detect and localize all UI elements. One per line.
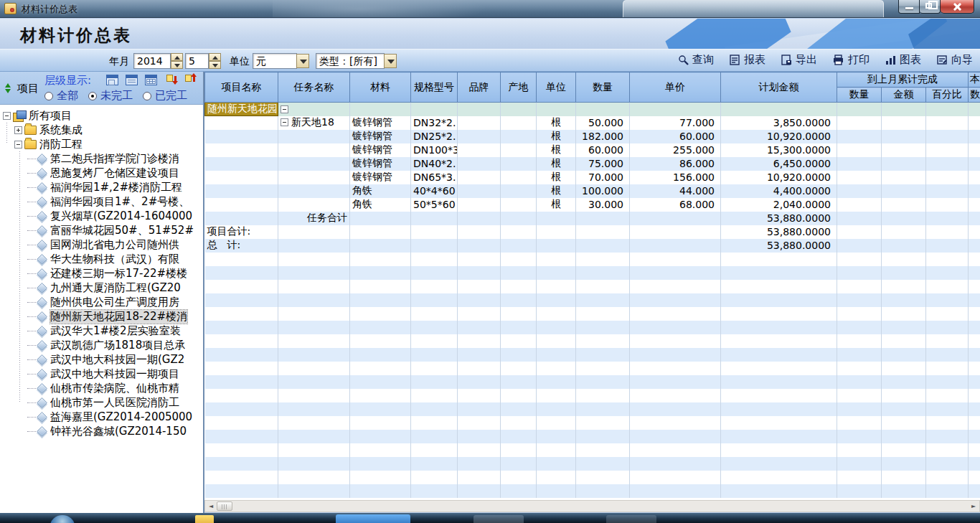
cell-partial[interactable] [969, 307, 980, 321]
tree-item-project[interactable]: 仙桃市传染病院、仙桃市精 [27, 381, 200, 395]
cell-task[interactable] [278, 184, 350, 198]
cell-material[interactable] [350, 348, 411, 362]
tree-item-project[interactable]: 复兴烟草(GZ2014-1604000 [27, 209, 200, 223]
cell-material[interactable] [350, 457, 411, 471]
cell-qty[interactable]: 100.000 [576, 184, 630, 198]
cell-brand[interactable] [458, 484, 501, 498]
cell-spec[interactable] [411, 280, 458, 293]
cell-qty[interactable] [576, 266, 630, 280]
cell-cum_amount[interactable] [882, 389, 926, 402]
tree-item-folder[interactable]: 系统集成 [14, 123, 200, 137]
tree-item-project[interactable]: 武汉华大1#楼2层实验室装 [27, 324, 200, 338]
level-view-3-icon[interactable] [145, 75, 157, 85]
cell-material[interactable]: 角铁 [350, 184, 411, 198]
cell-qty[interactable] [576, 389, 630, 402]
cell-qty[interactable] [576, 443, 630, 457]
cell-cum_pct[interactable] [926, 430, 969, 443]
tree-item-label[interactable]: 益海嘉里(GZ2014-2005000 [50, 410, 192, 424]
cell-price[interactable] [630, 266, 721, 280]
cell-cum_amount[interactable] [882, 348, 926, 362]
scrollbar-thumb[interactable] [217, 501, 232, 511]
cell-task[interactable] [278, 225, 350, 239]
cell-origin[interactable] [501, 280, 537, 293]
cell-task[interactable] [278, 375, 350, 389]
cell-project[interactable] [205, 321, 278, 334]
cell-cum_qty[interactable] [837, 348, 882, 362]
export-button[interactable]: 导出 [781, 53, 817, 67]
taskbar-app-button[interactable] [606, 515, 656, 523]
cell-material[interactable] [350, 389, 411, 402]
cell-origin[interactable] [501, 375, 537, 389]
cell-cum_qty[interactable] [837, 334, 882, 348]
cell-cum_qty[interactable] [837, 116, 882, 130]
cell-cum_pct[interactable] [926, 416, 969, 430]
cell-amount[interactable]: 6,450.0000 [721, 157, 837, 171]
cell-origin[interactable] [501, 484, 537, 498]
cell-cum_qty[interactable] [837, 157, 882, 171]
cell-partial[interactable] [969, 389, 980, 402]
cell-price[interactable]: 255.000 [630, 143, 721, 157]
cell-unit[interactable] [537, 321, 576, 334]
cell-brand[interactable] [458, 266, 501, 280]
cell-cum_pct[interactable] [926, 362, 969, 375]
tree-item-label[interactable]: 随州新天地花园18-22#楼消 [50, 310, 187, 324]
cell-cum_pct[interactable] [926, 334, 969, 348]
cell-unit[interactable]: 根 [537, 116, 576, 130]
cell-material[interactable] [350, 334, 411, 348]
cell-amount[interactable]: 53,880.0000 [721, 212, 837, 225]
cell-unit[interactable] [537, 402, 576, 416]
cell-cum_amount[interactable] [882, 184, 926, 198]
cell-brand[interactable] [458, 143, 501, 157]
cell-amount[interactable] [721, 471, 837, 484]
cell-origin[interactable] [501, 239, 537, 253]
cell-amount[interactable] [721, 280, 837, 293]
cell-spec[interactable] [411, 334, 458, 348]
cell-unit[interactable] [537, 212, 576, 225]
month-field[interactable]: 5 [185, 53, 209, 69]
cell-brand[interactable] [458, 402, 501, 416]
cell-task[interactable] [278, 321, 350, 334]
column-header-spec[interactable]: 规格型号 [411, 72, 458, 103]
cell-amount[interactable]: 53,880.0000 [721, 225, 837, 239]
radio-已完工[interactable]: 已完工 [143, 89, 187, 103]
cell-cum_amount[interactable] [882, 293, 926, 307]
cell-task[interactable] [278, 239, 350, 253]
cell-project[interactable] [205, 348, 278, 362]
cell-project[interactable] [205, 307, 278, 321]
cell-material[interactable] [350, 212, 411, 225]
query-button[interactable]: 查询 [678, 53, 714, 67]
cell-spec[interactable]: DN32*2. [411, 116, 458, 130]
cell-task[interactable] [278, 457, 350, 471]
cell-price[interactable] [630, 334, 721, 348]
cell-partial[interactable] [969, 143, 980, 157]
cell-qty[interactable] [576, 321, 630, 334]
cell-origin[interactable] [501, 157, 537, 171]
cell-qty[interactable] [576, 375, 630, 389]
cell-cum_qty[interactable] [837, 484, 882, 498]
cell-brand[interactable] [458, 334, 501, 348]
cell-partial[interactable] [969, 457, 980, 471]
cell-cum_pct[interactable] [926, 225, 969, 239]
cell-cum_amount[interactable] [882, 130, 926, 143]
tree-item-label[interactable]: 国网湖北省电力公司随州供 [50, 238, 179, 252]
radio-全部[interactable]: 全部 [44, 89, 78, 103]
column-group-header-current-partial[interactable]: 本 [969, 72, 980, 88]
cell-cum_pct[interactable] [926, 130, 969, 143]
cell-project[interactable] [205, 253, 278, 266]
cell-cum_pct[interactable] [926, 280, 969, 293]
cell-spec[interactable] [411, 103, 458, 116]
cell-cum_amount[interactable] [882, 239, 926, 253]
cell-cum_amount[interactable] [882, 430, 926, 443]
cell-project[interactable] [205, 334, 278, 348]
start-orb-icon[interactable] [50, 515, 75, 523]
cell-material[interactable]: 角铁 [350, 198, 411, 212]
cell-spec[interactable]: DN65*3. [411, 171, 458, 184]
cell-origin[interactable] [501, 307, 537, 321]
cell-partial[interactable] [969, 239, 980, 253]
cell-price[interactable] [630, 430, 721, 443]
cell-price[interactable] [630, 280, 721, 293]
cell-spec[interactable] [411, 253, 458, 266]
cell-project[interactable] [205, 375, 278, 389]
cell-cum_amount[interactable] [882, 266, 926, 280]
cell-project[interactable] [205, 471, 278, 484]
